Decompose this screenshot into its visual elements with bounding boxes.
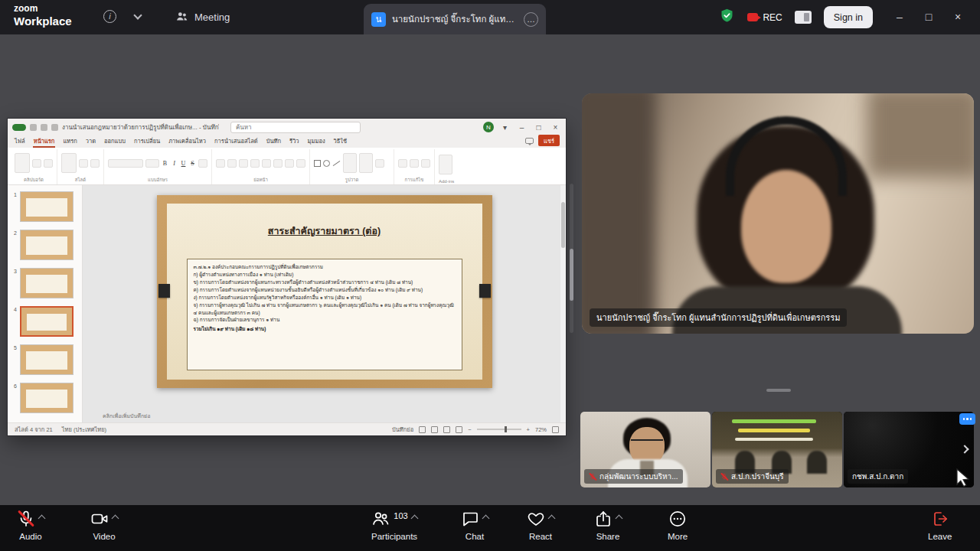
ppt-close-button[interactable]: × bbox=[550, 123, 561, 132]
comments-icon[interactable] bbox=[525, 138, 534, 144]
strikethrough-button[interactable]: S bbox=[189, 160, 196, 167]
replace-button[interactable] bbox=[410, 159, 419, 168]
font-size-box[interactable] bbox=[145, 159, 159, 168]
ppt-user-avatar[interactable]: N bbox=[483, 122, 494, 132]
numbering-button[interactable] bbox=[227, 159, 237, 168]
thumbnail-more-button[interactable] bbox=[959, 413, 975, 425]
ppt-ribbon-options-icon[interactable]: ▾ bbox=[499, 123, 511, 132]
ppt-tab-draw[interactable]: วาด bbox=[85, 135, 96, 148]
slide-thumbnail-1[interactable]: 1 bbox=[11, 191, 79, 222]
bold-button[interactable]: B bbox=[162, 160, 168, 167]
minimize-button[interactable]: – bbox=[885, 0, 914, 34]
ppt-tab-animations[interactable]: ภาพเคลื่อนไหว bbox=[168, 135, 207, 148]
bullets-button[interactable] bbox=[216, 159, 225, 168]
find-button[interactable] bbox=[398, 159, 407, 168]
slide-thumbnail-4-selected[interactable]: 4 bbox=[11, 306, 79, 337]
main-speaker-video[interactable]: นายนักปราชญ์ จี๊กระโทก ผู้แทนสำนักการปฏิ… bbox=[582, 93, 974, 334]
ppt-tab-design[interactable]: ออกแบบ bbox=[103, 135, 126, 148]
view-layout-icon[interactable] bbox=[795, 11, 812, 24]
arrange-button[interactable] bbox=[343, 153, 357, 173]
info-icon[interactable]: i bbox=[103, 10, 116, 23]
participant-tile-2[interactable]: ส.ป.ก.ปราจีนบุรี bbox=[712, 412, 842, 487]
close-button[interactable]: × bbox=[943, 0, 972, 34]
zoom-level[interactable]: 72% bbox=[535, 426, 547, 433]
canvas-scrollbar[interactable] bbox=[560, 185, 566, 422]
align-left-button[interactable] bbox=[250, 159, 260, 168]
layout-button[interactable] bbox=[79, 159, 88, 168]
next-participants-chevron[interactable] bbox=[962, 442, 974, 458]
more-button[interactable]: More bbox=[668, 510, 688, 541]
ppt-tab-help[interactable]: วิธีใช้ bbox=[333, 135, 348, 148]
ppt-tab-transitions[interactable]: การเปลี่ยน bbox=[133, 135, 161, 148]
indent-button[interactable] bbox=[239, 159, 248, 168]
language-indicator[interactable]: ไทย (ประเทศไทย) bbox=[62, 425, 106, 434]
chat-options-caret[interactable] bbox=[482, 515, 490, 523]
ppt-tab-insert[interactable]: แทรก bbox=[62, 135, 77, 148]
slide-thumbnail-5[interactable]: 5 bbox=[11, 344, 79, 375]
slideshow-view-icon[interactable] bbox=[456, 426, 462, 433]
ppt-tab-review[interactable]: รีวิว bbox=[289, 135, 299, 148]
audio-button[interactable]: Audio bbox=[17, 510, 44, 541]
paste-button[interactable] bbox=[15, 153, 30, 173]
audio-options-caret[interactable] bbox=[38, 515, 46, 523]
undo-icon[interactable] bbox=[41, 124, 47, 131]
zoom-in-button[interactable]: + bbox=[527, 426, 530, 433]
chevron-down-icon[interactable] bbox=[133, 11, 142, 19]
video-options-caret[interactable] bbox=[112, 515, 119, 523]
ppt-tab-home[interactable]: หน้าแรก bbox=[33, 135, 56, 148]
sign-in-button[interactable]: Sign in bbox=[824, 6, 873, 28]
redo-icon[interactable] bbox=[51, 124, 58, 131]
share-button[interactable]: Share bbox=[594, 510, 622, 541]
ppt-search-input[interactable] bbox=[230, 122, 361, 133]
video-panel-resize-handle[interactable] bbox=[766, 389, 791, 392]
share-view-scrollbar[interactable] bbox=[570, 184, 573, 333]
cut-icon[interactable] bbox=[32, 159, 41, 168]
ppt-maximize-button[interactable]: □ bbox=[533, 123, 544, 132]
share-options-caret[interactable] bbox=[616, 515, 623, 523]
notes-placeholder[interactable]: คลิกเพื่อเพิ่มบันทึกย่อ bbox=[103, 412, 150, 420]
chat-button[interactable]: Chat bbox=[461, 510, 488, 541]
addins-icon[interactable] bbox=[439, 155, 452, 174]
slide-thumbnail-2[interactable]: 2 bbox=[11, 230, 79, 260]
reading-view-icon[interactable] bbox=[443, 426, 450, 433]
align-right-button[interactable] bbox=[273, 159, 283, 168]
leave-button[interactable]: Leave bbox=[928, 510, 952, 541]
ppt-tab-record[interactable]: บันทึก bbox=[266, 135, 282, 148]
copy-icon[interactable] bbox=[44, 159, 53, 168]
underline-button[interactable]: U bbox=[180, 160, 187, 167]
participants-options-caret[interactable] bbox=[410, 515, 418, 523]
rectangle-shape-icon[interactable] bbox=[314, 160, 321, 167]
fit-to-window-icon[interactable] bbox=[552, 426, 559, 433]
tab-active-meeting[interactable]: น นายนักปราชญ์ จี๊กระโทก ผู้แทนสำนักก … bbox=[364, 4, 546, 34]
save-icon[interactable] bbox=[30, 124, 37, 131]
font-color-button[interactable] bbox=[198, 159, 207, 168]
ppt-tab-view[interactable]: มุมมอง bbox=[307, 135, 326, 148]
participant-tile-1[interactable]: กลุ่มพัฒนาระบบบริหา... bbox=[580, 412, 710, 487]
quick-styles-button[interactable] bbox=[359, 153, 373, 173]
slide-thumbnail-3[interactable]: 3 bbox=[11, 268, 79, 298]
zoom-out-button[interactable]: − bbox=[468, 426, 471, 433]
italic-button[interactable]: I bbox=[171, 160, 178, 167]
notes-toggle[interactable]: บันทึกย่อ bbox=[392, 425, 413, 434]
ellipse-shape-icon[interactable] bbox=[323, 160, 330, 167]
font-name-box[interactable] bbox=[108, 159, 143, 168]
ppt-tab-slideshow[interactable]: การนำเสนอสไลด์ bbox=[214, 135, 259, 148]
video-button[interactable]: Video bbox=[90, 510, 118, 541]
autosave-toggle-icon[interactable] bbox=[12, 124, 26, 131]
ppt-tab-file[interactable]: ไฟล์ bbox=[14, 135, 26, 148]
slide-sorter-view-icon[interactable] bbox=[431, 426, 438, 433]
tab-meeting[interactable]: Meeting bbox=[165, 0, 240, 34]
ppt-minimize-button[interactable]: – bbox=[516, 123, 528, 132]
shape-fill-button[interactable] bbox=[375, 159, 384, 168]
participants-button[interactable]: 103 Participants bbox=[371, 510, 417, 541]
maximize-button[interactable]: □ bbox=[914, 0, 943, 34]
participant-tile-3[interactable]: กชพ.ส.ป.ก.ตาก bbox=[844, 412, 974, 487]
react-options-caret[interactable] bbox=[548, 515, 556, 523]
new-slide-button[interactable] bbox=[61, 153, 77, 173]
zoom-slider[interactable] bbox=[477, 429, 521, 430]
normal-view-icon[interactable] bbox=[419, 426, 426, 433]
slide-canvas[interactable]: สาระสำคัญรายมาตรา (ต่อ) ๓.๗.๒.๑ องค์ประก… bbox=[83, 185, 566, 422]
security-shield-icon[interactable] bbox=[719, 8, 735, 27]
select-button[interactable] bbox=[421, 159, 430, 168]
align-center-button[interactable] bbox=[262, 159, 271, 168]
